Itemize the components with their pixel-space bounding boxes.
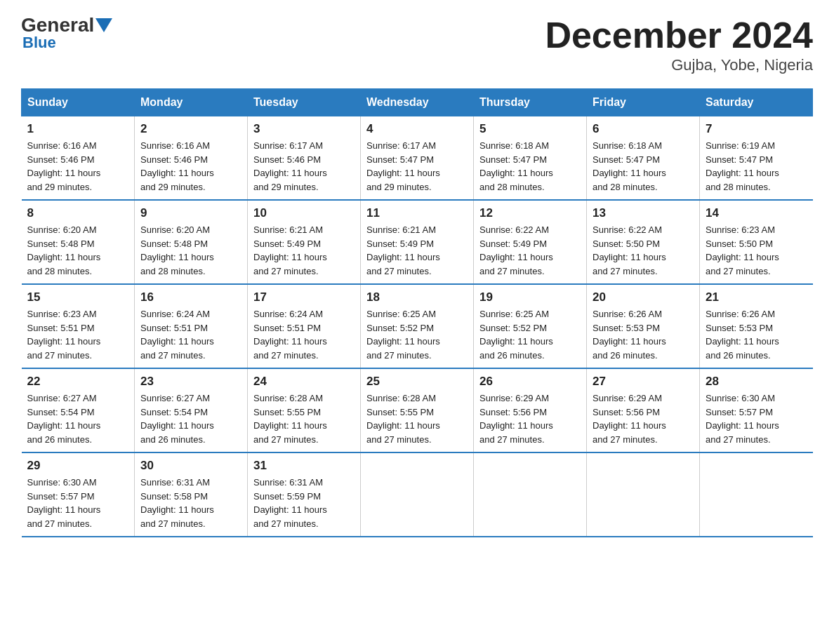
logo-triangle-icon [95, 18, 112, 32]
table-row: 30 Sunrise: 6:31 AM Sunset: 5:58 PM Dayl… [135, 452, 248, 537]
day-number: 4 [366, 122, 468, 136]
day-info: Sunrise: 6:23 AM Sunset: 5:50 PM Dayligh… [706, 223, 807, 278]
day-info: Sunrise: 6:30 AM Sunset: 5:57 PM Dayligh… [706, 391, 807, 446]
day-number: 11 [366, 206, 468, 220]
day-number: 27 [593, 375, 694, 389]
table-row: 18 Sunrise: 6:25 AM Sunset: 5:52 PM Dayl… [361, 284, 474, 368]
day-number: 24 [253, 375, 355, 389]
day-number: 29 [27, 459, 129, 473]
day-number: 12 [479, 206, 581, 220]
day-info: Sunrise: 6:24 AM Sunset: 5:51 PM Dayligh… [253, 307, 355, 362]
day-info: Sunrise: 6:25 AM Sunset: 5:52 PM Dayligh… [479, 307, 581, 362]
calendar-week-row: 8 Sunrise: 6:20 AM Sunset: 5:48 PM Dayli… [22, 200, 813, 284]
day-number: 31 [253, 459, 355, 473]
day-number: 2 [140, 122, 241, 136]
table-row: 9 Sunrise: 6:20 AM Sunset: 5:48 PM Dayli… [135, 200, 248, 284]
table-row: 25 Sunrise: 6:28 AM Sunset: 5:55 PM Dayl… [361, 368, 474, 452]
day-info: Sunrise: 6:28 AM Sunset: 5:55 PM Dayligh… [366, 391, 468, 446]
day-info: Sunrise: 6:26 AM Sunset: 5:53 PM Dayligh… [706, 307, 807, 362]
table-row [474, 452, 587, 537]
table-row: 5 Sunrise: 6:18 AM Sunset: 5:47 PM Dayli… [474, 116, 587, 201]
day-info: Sunrise: 6:16 AM Sunset: 5:46 PM Dayligh… [27, 139, 129, 194]
day-info: Sunrise: 6:22 AM Sunset: 5:49 PM Dayligh… [479, 223, 581, 278]
day-info: Sunrise: 6:31 AM Sunset: 5:58 PM Dayligh… [140, 476, 241, 530]
day-number: 15 [27, 290, 129, 304]
day-info: Sunrise: 6:16 AM Sunset: 5:46 PM Dayligh… [140, 139, 241, 194]
table-row: 21 Sunrise: 6:26 AM Sunset: 5:53 PM Dayl… [700, 284, 813, 368]
day-number: 30 [140, 459, 241, 473]
day-number: 10 [253, 206, 355, 220]
header-saturday: Saturday [700, 89, 813, 116]
day-number: 1 [27, 122, 129, 136]
calendar-week-row: 29 Sunrise: 6:30 AM Sunset: 5:57 PM Dayl… [22, 452, 813, 537]
table-row: 3 Sunrise: 6:17 AM Sunset: 5:46 PM Dayli… [248, 116, 361, 201]
table-row: 19 Sunrise: 6:25 AM Sunset: 5:52 PM Dayl… [474, 284, 587, 368]
table-row [587, 452, 700, 537]
day-number: 9 [140, 206, 241, 220]
day-number: 14 [706, 206, 807, 220]
header-wednesday: Wednesday [361, 89, 474, 116]
table-row: 1 Sunrise: 6:16 AM Sunset: 5:46 PM Dayli… [22, 116, 135, 201]
day-number: 17 [253, 290, 355, 304]
calendar-table: Sunday Monday Tuesday Wednesday Thursday… [21, 88, 813, 537]
table-row: 15 Sunrise: 6:23 AM Sunset: 5:51 PM Dayl… [22, 284, 135, 368]
day-number: 19 [479, 290, 581, 304]
table-row: 6 Sunrise: 6:18 AM Sunset: 5:47 PM Dayli… [587, 116, 700, 201]
calendar-week-row: 1 Sunrise: 6:16 AM Sunset: 5:46 PM Dayli… [22, 116, 813, 201]
day-info: Sunrise: 6:27 AM Sunset: 5:54 PM Dayligh… [27, 391, 129, 446]
table-row: 17 Sunrise: 6:24 AM Sunset: 5:51 PM Dayl… [248, 284, 361, 368]
page-header: General Blue December 2024 Gujba, Yobe, … [21, 14, 813, 74]
table-row: 24 Sunrise: 6:28 AM Sunset: 5:55 PM Dayl… [248, 368, 361, 452]
header-monday: Monday [135, 89, 248, 116]
day-number: 28 [706, 375, 807, 389]
table-row [700, 452, 813, 537]
page-title: December 2024 [545, 14, 813, 56]
day-info: Sunrise: 6:24 AM Sunset: 5:51 PM Dayligh… [140, 307, 241, 362]
day-number: 18 [366, 290, 468, 304]
table-row: 14 Sunrise: 6:23 AM Sunset: 5:50 PM Dayl… [700, 200, 813, 284]
header-tuesday: Tuesday [248, 89, 361, 116]
table-row: 11 Sunrise: 6:21 AM Sunset: 5:49 PM Dayl… [361, 200, 474, 284]
day-info: Sunrise: 6:17 AM Sunset: 5:47 PM Dayligh… [366, 139, 468, 194]
table-row: 28 Sunrise: 6:30 AM Sunset: 5:57 PM Dayl… [700, 368, 813, 452]
day-info: Sunrise: 6:30 AM Sunset: 5:57 PM Dayligh… [27, 476, 129, 530]
header-thursday: Thursday [474, 89, 587, 116]
header-friday: Friday [587, 89, 700, 116]
day-number: 3 [253, 122, 355, 136]
day-info: Sunrise: 6:26 AM Sunset: 5:53 PM Dayligh… [593, 307, 694, 362]
day-info: Sunrise: 6:25 AM Sunset: 5:52 PM Dayligh… [366, 307, 468, 362]
header-sunday: Sunday [22, 89, 135, 116]
day-number: 22 [27, 375, 129, 389]
day-number: 20 [593, 290, 694, 304]
day-number: 23 [140, 375, 241, 389]
title-block: December 2024 Gujba, Yobe, Nigeria [545, 14, 813, 74]
page-subtitle: Gujba, Yobe, Nigeria [545, 56, 813, 74]
day-info: Sunrise: 6:22 AM Sunset: 5:50 PM Dayligh… [593, 223, 694, 278]
day-info: Sunrise: 6:18 AM Sunset: 5:47 PM Dayligh… [593, 139, 694, 194]
table-row: 4 Sunrise: 6:17 AM Sunset: 5:47 PM Dayli… [361, 116, 474, 201]
day-info: Sunrise: 6:17 AM Sunset: 5:46 PM Dayligh… [253, 139, 355, 194]
table-row: 20 Sunrise: 6:26 AM Sunset: 5:53 PM Dayl… [587, 284, 700, 368]
table-row: 10 Sunrise: 6:21 AM Sunset: 5:49 PM Dayl… [248, 200, 361, 284]
table-row: 23 Sunrise: 6:27 AM Sunset: 5:54 PM Dayl… [135, 368, 248, 452]
day-info: Sunrise: 6:31 AM Sunset: 5:59 PM Dayligh… [253, 476, 355, 530]
day-number: 21 [706, 290, 807, 304]
day-number: 8 [27, 206, 129, 220]
day-number: 26 [479, 375, 581, 389]
table-row: 12 Sunrise: 6:22 AM Sunset: 5:49 PM Dayl… [474, 200, 587, 284]
calendar-week-row: 22 Sunrise: 6:27 AM Sunset: 5:54 PM Dayl… [22, 368, 813, 452]
day-info: Sunrise: 6:21 AM Sunset: 5:49 PM Dayligh… [366, 223, 468, 278]
table-row: 13 Sunrise: 6:22 AM Sunset: 5:50 PM Dayl… [587, 200, 700, 284]
table-row: 29 Sunrise: 6:30 AM Sunset: 5:57 PM Dayl… [22, 452, 135, 537]
table-row: 22 Sunrise: 6:27 AM Sunset: 5:54 PM Dayl… [22, 368, 135, 452]
day-number: 25 [366, 375, 468, 389]
table-row: 7 Sunrise: 6:19 AM Sunset: 5:47 PM Dayli… [700, 116, 813, 201]
day-info: Sunrise: 6:19 AM Sunset: 5:47 PM Dayligh… [706, 139, 807, 194]
day-info: Sunrise: 6:20 AM Sunset: 5:48 PM Dayligh… [27, 223, 129, 278]
day-info: Sunrise: 6:29 AM Sunset: 5:56 PM Dayligh… [593, 391, 694, 446]
day-number: 16 [140, 290, 241, 304]
table-row: 2 Sunrise: 6:16 AM Sunset: 5:46 PM Dayli… [135, 116, 248, 201]
calendar-week-row: 15 Sunrise: 6:23 AM Sunset: 5:51 PM Dayl… [22, 284, 813, 368]
table-row: 16 Sunrise: 6:24 AM Sunset: 5:51 PM Dayl… [135, 284, 248, 368]
table-row: 27 Sunrise: 6:29 AM Sunset: 5:56 PM Dayl… [587, 368, 700, 452]
